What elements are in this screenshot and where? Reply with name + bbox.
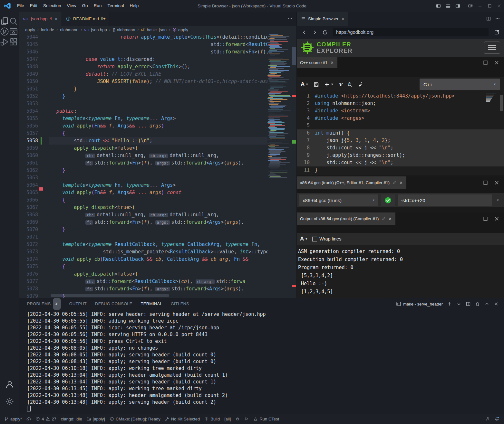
layout-panel-icon[interactable] — [443, 0, 453, 12]
terminal-dropdown-icon[interactable] — [456, 301, 461, 306]
ce-output-tab[interactable]: Output of x86-64 gcc (trunk) (Compiler #… — [297, 212, 395, 225]
wrap-lines-checkbox[interactable]: Wrap lines — [312, 236, 341, 241]
breadcrumb-item-nlohmann[interactable]: nlohmann — [60, 27, 78, 32]
status-feedback[interactable] — [483, 414, 492, 424]
ce-source-editor[interactable]: 1#include <https://localhost:8443/apply/… — [297, 91, 504, 175]
breadcrumb-item-apply[interactable]: apply — [25, 27, 35, 32]
maximize-pane-icon[interactable] — [483, 60, 488, 65]
activity-extensions-icon[interactable] — [9, 42, 18, 47]
close-icon[interactable] — [399, 181, 403, 185]
new-terminal-icon[interactable] — [447, 301, 452, 306]
activity-run-debug-icon[interactable] — [0, 42, 9, 47]
panel-tab-gitlens[interactable]: GITLENS — [171, 298, 189, 310]
font-size-button[interactable]: A▼ — [301, 81, 308, 88]
vim-mode-icon[interactable]: v — [339, 81, 342, 88]
panel-tab-output[interactable]: OUTPUT — [69, 298, 87, 310]
breadcrumb-item-basic_json[interactable]: basic_json — [141, 27, 167, 32]
more-actions-icon[interactable] — [495, 16, 500, 21]
activity-browser-preview-icon[interactable] — [9, 32, 18, 37]
close-pane-icon[interactable] — [494, 180, 499, 185]
activity-search-icon[interactable] — [9, 21, 18, 27]
close-icon[interactable] — [330, 61, 334, 65]
minimize-button[interactable] — [475, 0, 485, 12]
panel-tab-problems[interactable]: PROBLEMS31 — [27, 298, 61, 310]
customize-layout-icon[interactable] — [465, 0, 475, 12]
save-icon[interactable] — [314, 82, 319, 87]
status-cmake-build[interactable]: Build — [202, 414, 222, 424]
close-panel-icon[interactable] — [494, 301, 499, 306]
ce-compiler-tab[interactable]: x86-64 gcc (trunk) (C++, Editor #1, Comp… — [297, 176, 406, 189]
split-editor-icon[interactable] — [486, 16, 491, 21]
close-tab-icon[interactable]: × — [342, 16, 344, 22]
status-notifications[interactable] — [492, 414, 501, 424]
more-actions-icon[interactable] — [287, 16, 293, 21]
maximize-panel-icon[interactable] — [484, 301, 489, 306]
close-tab-icon[interactable]: × — [55, 16, 58, 22]
breadcrumb-item-include[interactable]: include — [41, 27, 54, 32]
status-cmake-kit[interactable]: No Kit Selected — [163, 414, 202, 424]
terminal-output[interactable]: [2022-04-30 06:05:55] INFO: serve_header… — [27, 311, 501, 412]
menu-terminal[interactable]: Terminal — [104, 0, 127, 12]
status-git-branch-status[interactable]: apply* — [2, 414, 24, 424]
font-size-button[interactable]: A▼ — [300, 236, 308, 242]
status-clangd-status[interactable]: clangd: idle — [59, 414, 84, 424]
status-run-ctest[interactable]: Run CTest — [251, 414, 281, 424]
compiler-select[interactable]: x86-64 gcc (trunk)▼ — [299, 194, 378, 206]
tab-simple-browser[interactable]: Simple Browser × — [297, 12, 348, 26]
activity-explorer-icon[interactable] — [0, 21, 9, 27]
close-icon[interactable] — [388, 217, 392, 221]
menu-edit[interactable]: Edit — [27, 0, 40, 12]
breadcrumb-item-apply[interactable]: apply — [172, 27, 188, 32]
activity-account-icon[interactable] — [5, 380, 14, 389]
terminal-session[interactable]: make - serve_header — [396, 301, 443, 306]
maximize-pane-icon[interactable] — [483, 180, 488, 185]
forward-button[interactable] — [310, 28, 319, 36]
language-select[interactable]: C++▼ — [420, 79, 500, 90]
ruler-slider[interactable] — [292, 47, 296, 65]
quick-bench-icon[interactable] — [358, 82, 363, 87]
breadcrumb-item-nlohmann[interactable]: {}nlohmann — [113, 27, 135, 32]
menu-selection[interactable]: Selection — [40, 0, 64, 12]
status-cmake-folder[interactable]: [apply] — [84, 414, 107, 424]
breadcrumb-item-json.hpp[interactable]: C++json.hpp — [84, 27, 107, 32]
cpp-insights-icon[interactable] — [347, 82, 353, 87]
panel-tab-debug-console[interactable]: DEBUG CONSOLE — [95, 298, 132, 310]
horizontal-scrollbar[interactable] — [51, 294, 169, 297]
hamburger-menu-button[interactable] — [484, 42, 500, 54]
status-cmake-status[interactable]: CMake: [Debug]: Ready — [107, 414, 163, 424]
maximize-pane-icon[interactable] — [483, 216, 488, 221]
menu-help[interactable]: Help — [127, 0, 141, 12]
status-problems-summary[interactable]: 427 — [33, 414, 59, 424]
activity-source-control-icon[interactable] — [0, 32, 9, 37]
close-pane-icon[interactable] — [494, 60, 499, 65]
menu-view[interactable]: View — [64, 0, 79, 12]
open-external-icon[interactable] — [492, 28, 501, 36]
menu-file[interactable]: File — [14, 0, 27, 12]
menu-go[interactable]: Go — [79, 0, 91, 12]
options-dropdown-icon[interactable]: ▼ — [494, 199, 501, 202]
kill-terminal-icon[interactable] — [475, 301, 480, 306]
layout-sidebar-right-icon[interactable] — [453, 0, 462, 12]
maximize-button[interactable] — [485, 0, 494, 12]
activity-settings-gear-icon[interactable] — [5, 397, 14, 406]
status-cmake-target[interactable]: [all] — [222, 414, 233, 424]
tab-json.hpp[interactable]: C++json.hpp4× — [19, 12, 62, 26]
close-button[interactable] — [494, 0, 504, 12]
compiler-options-input[interactable]: -std=c++20 — [398, 194, 492, 206]
ce-scrollbar[interactable] — [500, 95, 503, 111]
status-cmake-launch[interactable] — [242, 414, 251, 424]
close-pane-icon[interactable] — [494, 216, 499, 221]
back-button[interactable] — [300, 28, 308, 36]
add-pane-button[interactable]: ▼ — [324, 82, 334, 87]
tab-README.md[interactable]: README.md9+ — [62, 12, 110, 26]
code-editor[interactable]: 5044 return apply_make_tuple<ConstThis>(… — [19, 33, 296, 298]
menu-run[interactable]: Run — [91, 0, 105, 12]
status-publish-changes[interactable] — [24, 414, 33, 424]
reload-button[interactable] — [321, 28, 329, 36]
split-terminal-icon[interactable] — [466, 301, 471, 306]
url-input[interactable]: https://godbolt.org — [333, 28, 489, 36]
ce-source-tab[interactable]: C++ source #1 — [297, 57, 337, 68]
overview-ruler[interactable] — [292, 33, 296, 298]
layout-sidebar-left-icon[interactable] — [433, 0, 443, 12]
panel-tab-terminal[interactable]: TERMINAL — [141, 298, 162, 310]
